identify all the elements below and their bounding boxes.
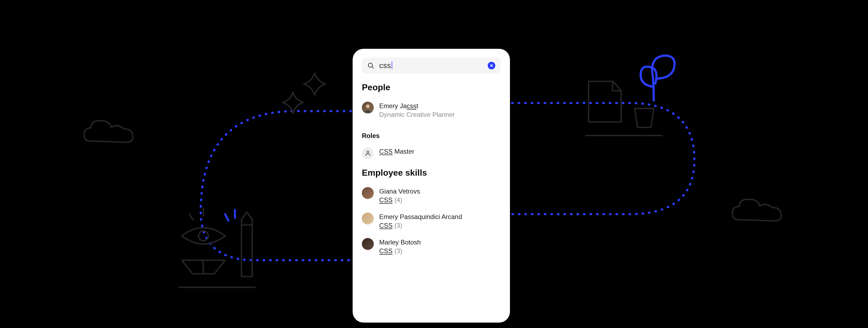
result-name: Marley Botosh xyxy=(379,238,421,246)
cloud-icon xyxy=(730,195,784,225)
skill-line: CSS (4) xyxy=(379,196,420,204)
search-input[interactable]: css xyxy=(362,58,501,74)
result-subtitle: Dynamic Creative Planner xyxy=(379,111,455,119)
sparkle-icon xyxy=(274,70,334,125)
avatar xyxy=(362,187,374,199)
avatar xyxy=(362,102,374,113)
avatar xyxy=(362,212,374,225)
skill-result[interactable]: Emery Passaquindici Arcand CSS (3) xyxy=(362,210,501,235)
ray-accent-icon xyxy=(222,206,250,228)
clear-search-button[interactable] xyxy=(488,62,495,69)
role-name: CSS Master xyxy=(379,148,414,155)
svg-point-12 xyxy=(366,104,370,108)
leaf-accent-icon xyxy=(638,49,684,103)
svg-point-2 xyxy=(198,231,208,241)
skill-line: CSS (3) xyxy=(379,222,462,229)
search-query-text: css xyxy=(379,61,483,70)
skills-heading: Employee skills xyxy=(362,168,501,178)
search-results-card: css People Emery Jacsst Dynamic Creative… xyxy=(352,49,510,323)
result-name: Emery Jacsst xyxy=(379,102,455,110)
svg-line-1 xyxy=(189,214,193,220)
result-name: Emery Passaquindici Arcand xyxy=(379,213,462,221)
role-result[interactable]: CSS Master xyxy=(362,144,501,165)
text-caret xyxy=(392,62,392,69)
skill-result[interactable]: Giana Vetrovs CSS (4) xyxy=(362,184,501,210)
roles-heading: Roles xyxy=(362,132,501,140)
svg-line-5 xyxy=(225,214,228,221)
search-icon xyxy=(367,62,374,69)
stage: css People Emery Jacsst Dynamic Creative… xyxy=(0,0,868,328)
people-heading: People xyxy=(362,83,501,92)
people-result[interactable]: Emery Jacsst Dynamic Creative Planner xyxy=(362,99,501,124)
skill-result[interactable]: Marley Botosh CSS (3) xyxy=(362,235,501,255)
result-name: Giana Vetrovs xyxy=(379,188,420,195)
svg-line-9 xyxy=(372,67,373,68)
person-icon xyxy=(362,147,374,159)
skill-line: CSS (3) xyxy=(379,247,421,255)
cloud-icon xyxy=(82,117,135,146)
svg-point-13 xyxy=(367,151,369,153)
avatar xyxy=(362,238,374,250)
